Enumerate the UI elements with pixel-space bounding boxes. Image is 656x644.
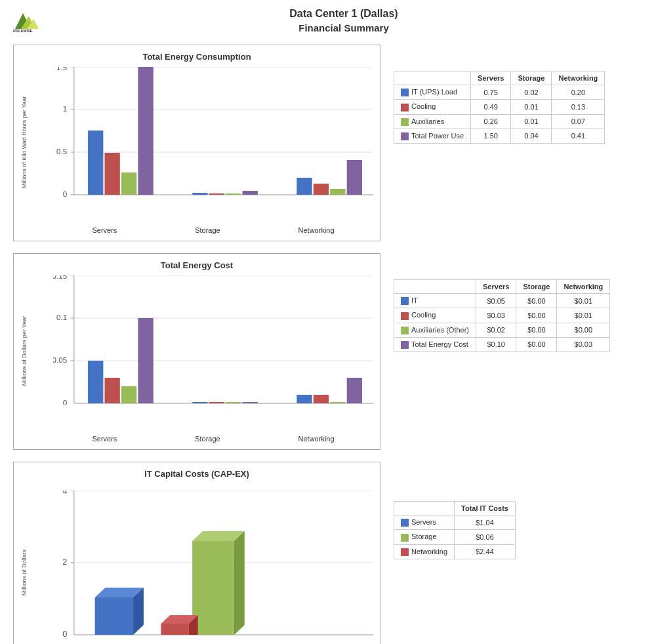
svg-rect-42 — [105, 378, 120, 403]
svg-text:0.05: 0.05 — [53, 357, 67, 365]
x-label-servers: Servers — [92, 226, 117, 234]
svg-rect-23 — [226, 193, 241, 195]
svg-rect-17 — [88, 131, 103, 195]
chart3-title: IT Capital Costs (CAP-EX) — [17, 469, 377, 479]
logo-area: RACKWISE — [13, 8, 45, 34]
section-energy-consumption: Total Energy Consumption Millions of Kil… — [13, 45, 643, 241]
table-row: IT $0.05 $0.00 $0.01 — [394, 294, 610, 308]
legend-dot — [401, 534, 409, 542]
table1-col-storage: Storage — [511, 71, 552, 85]
table-row: Servers $1.04 — [394, 515, 516, 530]
svg-text:RACKWISE: RACKWISE — [13, 28, 33, 32]
table-row: Cooling 0.49 0.01 0.13 — [394, 100, 605, 114]
table1-row-label: Cooling — [394, 100, 471, 114]
legend-dot — [401, 104, 409, 111]
table1-row-storage: 0.01 — [511, 100, 552, 114]
svg-text:1: 1 — [63, 106, 67, 113]
table2-row-networking: $0.01 — [557, 294, 610, 308]
svg-rect-46 — [209, 402, 224, 403]
table2-row-label: Auxiliaries (Other) — [394, 323, 476, 337]
table3-col-empty — [394, 502, 455, 515]
table1-row-networking: 0.20 — [552, 85, 605, 100]
table1-row-networking: 0.13 — [552, 100, 605, 114]
svg-text:0: 0 — [62, 630, 67, 639]
legend-dot — [401, 297, 409, 305]
table1-row-networking: 0.07 — [552, 114, 605, 129]
svg-rect-47 — [226, 402, 241, 403]
table3-col-costs: Total IT Costs — [455, 502, 516, 515]
svg-rect-52 — [347, 378, 362, 403]
svg-rect-44 — [138, 318, 153, 403]
svg-rect-18 — [105, 153, 120, 195]
svg-rect-19 — [121, 172, 136, 195]
table2-row-networking: $0.01 — [557, 308, 610, 323]
table-row: Networking $2.44 — [394, 544, 516, 559]
legend-dot — [401, 519, 409, 527]
table2-row-storage: $0.00 — [516, 323, 557, 337]
chart1-svg: 0 0.5 1 1.5 — [53, 67, 373, 218]
legend-dot — [401, 341, 409, 349]
svg-rect-24 — [243, 191, 258, 195]
table2-container: Servers Storage Networking IT $0.05 $0.0… — [394, 260, 610, 352]
x2-label-servers: Servers — [92, 435, 117, 443]
legend-dot — [401, 312, 409, 320]
table2: Servers Storage Networking IT $0.05 $0.0… — [394, 279, 610, 352]
svg-text:0.1: 0.1 — [56, 314, 67, 322]
svg-rect-65 — [192, 541, 234, 635]
table-row: Total Energy Cost $0.10 $0.00 $0.03 — [394, 337, 610, 352]
legend-dot — [401, 548, 409, 556]
table1-row-servers: 0.49 — [471, 100, 511, 114]
table2-row-servers: $0.02 — [476, 323, 516, 337]
legend-dot — [401, 118, 409, 126]
table3-row-label: Storage — [394, 530, 455, 544]
svg-rect-68 — [161, 624, 188, 635]
svg-text:4: 4 — [62, 491, 67, 496]
svg-rect-28 — [347, 160, 362, 195]
x-label-storage: Storage — [195, 226, 220, 234]
svg-text:0: 0 — [63, 399, 67, 407]
table2-row-networking: $0.00 — [557, 323, 610, 337]
table1-row-label: Auxiliaries — [394, 114, 471, 129]
table2-row-storage: $0.00 — [516, 308, 557, 323]
table-row: IT (UPS) Load 0.75 0.02 0.20 — [394, 85, 605, 100]
chart2-svg: 0 0.05 0.1 0.15 — [53, 275, 373, 426]
table3-row-label: Networking — [394, 544, 455, 559]
table1-col-empty — [394, 71, 471, 85]
chart1-y-label: Millions of Kilo Watt Hours per Year — [18, 67, 30, 218]
rackwise-logo: RACKWISE — [13, 8, 45, 34]
table-row: Auxiliaries 0.26 0.01 0.07 — [394, 114, 605, 129]
legend-dot — [401, 132, 409, 140]
table1-row-servers: 0.75 — [471, 85, 511, 100]
chart3-y-label: Millions of Dollars — [18, 484, 30, 644]
chart-energy-consumption: Total Energy Consumption Millions of Kil… — [13, 45, 380, 241]
svg-rect-21 — [192, 193, 207, 195]
table1-row-storage: 0.04 — [511, 129, 552, 143]
table2-row-label: Cooling — [394, 308, 476, 323]
svg-rect-25 — [297, 178, 312, 195]
table3-row-value: $0.06 — [455, 530, 516, 544]
section-energy-cost: Total Energy Cost Millions of Dollars pe… — [13, 253, 643, 450]
svg-rect-62 — [95, 597, 133, 635]
table2-col-storage: Storage — [516, 280, 557, 294]
table2-row-storage: $0.00 — [516, 337, 557, 352]
table2-col-networking: Networking — [557, 280, 610, 294]
chart1-x-labels: Servers Storage Networking — [53, 226, 373, 234]
section-capex: IT Capital Costs (CAP-EX) Millions of Do… — [13, 462, 643, 644]
x2-label-networking: Networking — [298, 435, 335, 443]
chart2-title: Total Energy Cost — [17, 260, 377, 270]
svg-rect-50 — [314, 395, 329, 403]
svg-rect-26 — [314, 184, 329, 195]
chart-capex: IT Capital Costs (CAP-EX) Millions of Do… — [13, 462, 380, 644]
content-area: Total Energy Consumption Millions of Kil… — [0, 38, 656, 644]
table-row: Total Power Use 1.50 0.04 0.41 — [394, 129, 605, 143]
chart2-y-label: Millions of Dollars per Year — [18, 275, 30, 426]
table-row: Storage $0.06 — [394, 530, 516, 544]
chart1-inner: Millions of Kilo Watt Hours per Year 0 0… — [17, 67, 377, 237]
chart2-x-labels: Servers Storage Networking — [53, 435, 373, 443]
chart-energy-cost: Total Energy Cost Millions of Dollars pe… — [13, 253, 380, 450]
svg-marker-67 — [234, 531, 245, 635]
table3-container: Total IT Costs Servers $1.04 Storage $0.… — [394, 481, 516, 559]
table1-row-label: IT (UPS) Load — [394, 85, 471, 100]
table2-row-label: IT — [394, 294, 476, 308]
svg-rect-41 — [88, 361, 103, 403]
